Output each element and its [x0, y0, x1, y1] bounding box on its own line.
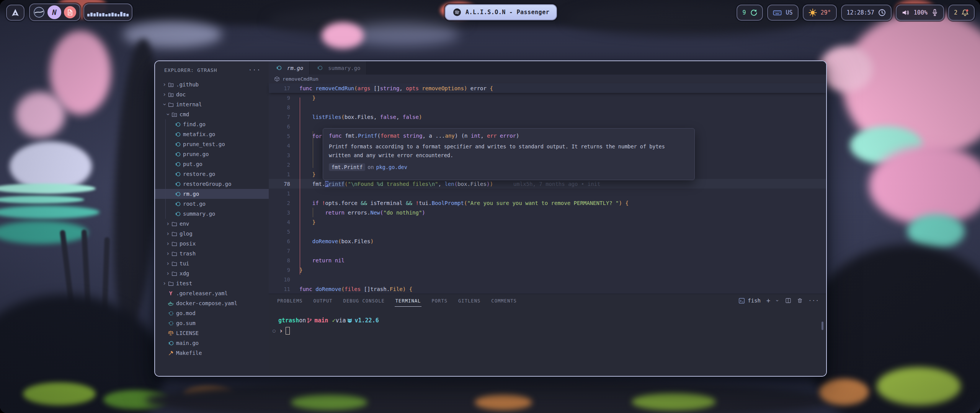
code-token: trash.: [370, 286, 390, 292]
tree-item-prune-go[interactable]: prune.go: [155, 149, 269, 159]
code-token: (: [377, 133, 380, 139]
code-token: }: [299, 219, 315, 225]
launcher-button[interactable]: [6, 5, 24, 21]
module-volume[interactable]: 100%: [896, 5, 944, 21]
weather-value: 29°: [821, 9, 831, 16]
module-keyboard-layout[interactable]: US: [767, 5, 798, 21]
sticky-code: func removeCmdRun(args []string, opts re…: [299, 85, 493, 91]
breadcrumb[interactable]: removeCmdRun: [269, 75, 826, 83]
tree-item-cmd[interactable]: ›cmd: [155, 109, 269, 119]
tree-item-root-go[interactable]: root.go: [155, 199, 269, 209]
panel-controls: fish + › ···: [738, 294, 819, 307]
code-text: }: [299, 171, 315, 177]
code-area[interactable]: 9 }87 listFiles(box.Files, false, false)…: [269, 93, 826, 294]
tree-item-glog[interactable]: ›glog: [155, 229, 269, 239]
visualizer-bar: [118, 14, 120, 16]
panel-tab-debug-console[interactable]: DEBUG CONSOLE: [343, 295, 385, 306]
visualizer-bar: [99, 13, 101, 16]
panel-tab-terminal[interactable]: TERMINAL: [395, 295, 422, 307]
tree-item-trash[interactable]: ›trash: [155, 249, 269, 259]
tree-item-go-sum[interactable]: go.sum: [155, 318, 269, 328]
code-token: [299, 210, 325, 216]
go-version: v1.22.6: [355, 315, 379, 325]
browser-app-button[interactable]: [33, 7, 45, 18]
tree-item-summary-go[interactable]: summary.go: [155, 209, 269, 219]
documents-app-button[interactable]: [64, 6, 76, 18]
tree-item-prune-test-go[interactable]: prune_test.go: [155, 139, 269, 149]
tab-rm-go[interactable]: rm.go: [269, 61, 310, 75]
explorer-menu-button[interactable]: ···: [248, 67, 261, 73]
module-clock[interactable]: 12:28:57: [841, 5, 892, 21]
panel-more-button[interactable]: ···: [808, 298, 819, 304]
code-token: ...: [435, 133, 445, 139]
tree-item-env[interactable]: ›env: [155, 219, 269, 229]
tree-item-label: summary.go: [183, 211, 215, 217]
tree-item-label: main.go: [176, 340, 199, 346]
chevron-right-icon: ›: [165, 220, 170, 227]
panel-tab-output[interactable]: OUTPUT: [313, 295, 333, 306]
code-token: }: [299, 171, 315, 177]
code-token: ): [490, 181, 493, 187]
tree-item-main-go[interactable]: main.go: [155, 338, 269, 348]
panel-tab-ports[interactable]: PORTS: [431, 295, 448, 306]
media-widget[interactable]: A.L.I.S.O.N - Passenger: [445, 4, 557, 20]
tree-item-restoregroup-go[interactable]: restoreGroup.go: [155, 179, 269, 189]
code-token: ,: [438, 181, 445, 187]
tree-item-rm-go[interactable]: rm.go: [155, 189, 269, 199]
prompt-input-line[interactable]: ○ ›: [269, 326, 826, 336]
tree-item-label: docker-compose.yaml: [176, 300, 237, 306]
notes-app-button[interactable]: N: [47, 5, 61, 19]
terminal-scrollbar[interactable]: [822, 322, 823, 330]
tree-item-metafix-go[interactable]: metafix.go: [155, 129, 269, 139]
breadcrumb-symbol: removeCmdRun: [283, 76, 318, 82]
tree-item-license[interactable]: LICENSE: [155, 328, 269, 338]
tab-summary-go[interactable]: summary.go: [310, 61, 367, 75]
tree-item-go-mod[interactable]: go.mod: [155, 308, 269, 318]
code-token: isTerminal: [367, 200, 406, 206]
terminal[interactable]: gtrash on main ✓ via v1.22.6 ○ ›: [269, 315, 826, 336]
audio-visualizer[interactable]: [83, 3, 132, 21]
code-token: Printf: [358, 133, 377, 139]
panel-tab-problems[interactable]: PROBLEMS: [276, 295, 304, 306]
code-token: a: [429, 133, 435, 139]
tree-item-posix[interactable]: ›posix: [155, 239, 269, 249]
code-token: ,: [399, 85, 406, 91]
tree-item-tui[interactable]: ›tui: [155, 259, 269, 268]
tree-item-find-go[interactable]: find.go: [155, 119, 269, 129]
git-branch-icon: [307, 317, 312, 324]
module-weather[interactable]: 29°: [803, 5, 837, 21]
code-token: [299, 257, 312, 263]
go-icon: [174, 171, 181, 177]
kill-terminal-button[interactable]: [797, 298, 803, 304]
split-terminal-button[interactable]: [785, 298, 791, 304]
branch-name: main: [314, 315, 328, 325]
module-notifications[interactable]: 2: [948, 5, 975, 21]
code-token: false: [403, 114, 419, 120]
tree-item-itest[interactable]: ›itest: [155, 278, 269, 288]
panel-tab-comments[interactable]: COMMENTS: [490, 295, 518, 306]
tree-item-doc[interactable]: ›doc: [155, 89, 269, 99]
tree-item-internal[interactable]: ›internal: [155, 99, 269, 109]
module-updates[interactable]: 9: [737, 5, 763, 21]
pkg-go-dev-link[interactable]: pkg.go.dev: [376, 164, 407, 170]
code-token: [400, 133, 403, 139]
terminal-icon: [738, 298, 745, 304]
sticky-scroll-line[interactable]: 17 func removeCmdRun(args []string, opts…: [269, 83, 826, 93]
panel-tab-gitlens[interactable]: GITLENS: [457, 295, 481, 306]
terminal-dropdown-button[interactable]: ›: [774, 299, 781, 302]
tree-item-makefile[interactable]: Makefile: [155, 348, 269, 358]
tree-item-label: .github: [176, 81, 199, 88]
tree-item-xdg[interactable]: ›xdg: [155, 268, 269, 278]
shell-name[interactable]: fish: [748, 298, 761, 304]
tree-item--goreleaser-yaml[interactable]: Y.goreleaser.yaml: [155, 288, 269, 298]
new-terminal-button[interactable]: +: [766, 297, 770, 304]
tree-item--github[interactable]: ›.github: [155, 80, 269, 89]
tree-item-restore-go[interactable]: restore.go: [155, 169, 269, 179]
tree-item-docker-compose-yaml[interactable]: docker-compose.yaml: [155, 298, 269, 308]
tree-item-put-go[interactable]: put.go: [155, 159, 269, 169]
code-token: func: [299, 85, 315, 91]
line-number: 3: [269, 210, 290, 216]
hover-link-mid: on: [368, 164, 374, 170]
command-decoration: ○: [273, 326, 279, 336]
tree-item-label: prune_test.go: [183, 141, 225, 147]
